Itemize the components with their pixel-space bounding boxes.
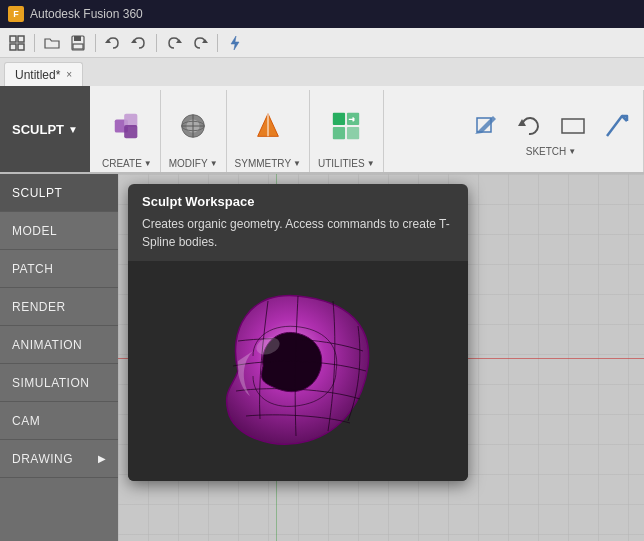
utilities-icons [326, 94, 366, 158]
modify-button[interactable] [173, 106, 213, 146]
app-logo: F [8, 6, 24, 22]
symmetry-button[interactable] [248, 106, 288, 146]
sketch-label[interactable]: SKETCH ▼ [526, 146, 576, 160]
workspace-chevron: ▼ [68, 124, 78, 135]
sidebar-item-sculpt[interactable]: SCULPT [0, 174, 118, 212]
symmetry-icons [248, 94, 288, 158]
create-button[interactable] [107, 106, 147, 146]
redo-icon[interactable] [163, 32, 185, 54]
sidebar-item-patch[interactable]: PATCH [0, 250, 118, 288]
svg-rect-2 [10, 44, 16, 50]
sketch-icons-row [465, 106, 637, 146]
sidebar-item-simulation[interactable]: SIMULATION [0, 364, 118, 402]
sketch-rect-button[interactable] [553, 106, 593, 146]
svg-marker-7 [105, 39, 111, 43]
symmetry-label[interactable]: SYMMETRY ▼ [235, 158, 301, 172]
tab-label: Untitled* [15, 68, 60, 82]
workspace-label: SCULPT [12, 122, 64, 137]
svg-rect-23 [333, 127, 345, 139]
separator-4 [217, 34, 218, 52]
viewport: Sculpt Workspace Creates organic geometr… [118, 174, 644, 541]
sketch-arrow-button[interactable] [597, 106, 637, 146]
title-bar: F Autodesk Fusion 360 [0, 0, 644, 28]
sidebar-item-cam[interactable]: CAM [0, 402, 118, 440]
separator-3 [156, 34, 157, 52]
svg-rect-24 [347, 127, 359, 139]
ribbon-groups: CREATE ▼ [90, 86, 644, 172]
svg-rect-13 [124, 125, 137, 138]
tab-bar: Untitled* × [0, 58, 644, 86]
ribbon-group-create: CREATE ▼ [94, 90, 161, 172]
utilities-icon [330, 110, 362, 142]
ribbon-group-sketch: SKETCH ▼ [459, 90, 644, 172]
ribbon-group-modify: MODIFY ▼ [161, 90, 227, 172]
sketch-group-inner: SKETCH ▼ [465, 106, 637, 160]
create-label[interactable]: CREATE ▼ [102, 158, 152, 172]
tooltip-title: Sculpt Workspace [128, 184, 468, 215]
utilities-button[interactable] [326, 106, 366, 146]
svg-rect-12 [124, 114, 137, 127]
workspace-selector[interactable]: SCULPT ▼ [0, 86, 90, 172]
svg-rect-0 [10, 36, 16, 42]
document-tab[interactable]: Untitled* × [4, 62, 83, 86]
modify-label[interactable]: MODIFY ▼ [169, 158, 218, 172]
sketch-rect-icon [557, 110, 589, 142]
svg-rect-6 [73, 44, 83, 49]
undo-icon[interactable] [102, 32, 124, 54]
tooltip-popup: Sculpt Workspace Creates organic geometr… [128, 184, 468, 481]
save-icon[interactable] [67, 32, 89, 54]
svg-rect-5 [74, 36, 81, 41]
tooltip-image [128, 261, 468, 481]
separator-1 [34, 34, 35, 52]
ribbon-group-utilities: UTILITIES ▼ [310, 90, 384, 172]
create-icons [107, 94, 147, 158]
modify-icons [173, 94, 213, 158]
redo2-icon[interactable] [189, 32, 211, 54]
tab-close-button[interactable]: × [66, 69, 72, 80]
main-area: SCULPT MODEL PATCH RENDER ANIMATION SIMU… [0, 174, 644, 541]
svg-rect-3 [18, 44, 24, 50]
quick-access-bar [0, 28, 644, 58]
utilities-label[interactable]: UTILITIES ▼ [318, 158, 375, 172]
tspline-svg [188, 271, 408, 471]
svg-marker-8 [131, 39, 137, 43]
drawing-arrow-icon: ▶ [98, 453, 107, 464]
open-folder-icon[interactable] [41, 32, 63, 54]
svg-marker-9 [176, 39, 182, 43]
tooltip-description: Creates organic geometry. Access command… [128, 215, 468, 261]
ribbon: SCULPT ▼ CREATE [0, 86, 644, 174]
modify-icon [177, 110, 209, 142]
grid-icon[interactable] [6, 32, 28, 54]
svg-rect-1 [18, 36, 24, 42]
sidebar: SCULPT MODEL PATCH RENDER ANIMATION SIMU… [0, 174, 118, 541]
undo2-icon[interactable] [128, 32, 150, 54]
symmetry-icon [252, 110, 284, 142]
ribbon-spacer [384, 90, 459, 172]
bolt-icon[interactable] [224, 32, 246, 54]
sidebar-item-animation[interactable]: ANIMATION [0, 326, 118, 364]
sketch-arrow-icon [601, 110, 633, 142]
sketch-undo-icon [513, 110, 545, 142]
app-title: Autodesk Fusion 360 [30, 7, 143, 21]
sketch-edit-icon [469, 110, 501, 142]
create-icon [111, 110, 143, 142]
svg-marker-10 [202, 39, 208, 43]
ribbon-group-symmetry: SYMMETRY ▼ [227, 90, 310, 172]
sidebar-item-drawing[interactable]: DRAWING ▶ [0, 440, 118, 478]
sidebar-item-model[interactable]: MODEL [0, 212, 118, 250]
svg-rect-21 [333, 113, 345, 125]
svg-rect-27 [562, 119, 584, 133]
sketch-edit-button[interactable] [465, 106, 505, 146]
sketch-undo-button[interactable] [509, 106, 549, 146]
separator-2 [95, 34, 96, 52]
sidebar-item-render[interactable]: RENDER [0, 288, 118, 326]
